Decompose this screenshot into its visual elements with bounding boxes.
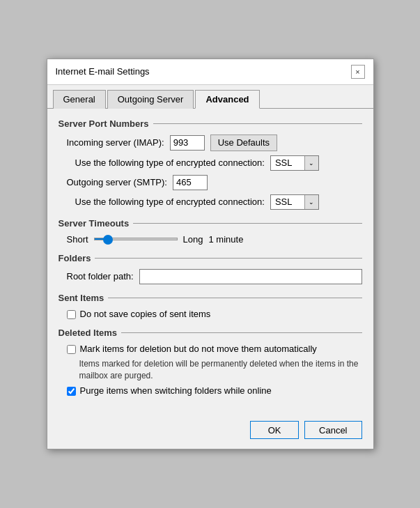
incoming-server-input[interactable] [170,135,205,151]
timeout-row: Short Long 1 minute [59,234,362,245]
title-bar: Internet E-mail Settings × [47,59,373,85]
dialog-title: Internet E-mail Settings [56,66,150,77]
short-label: Short [67,234,88,245]
folders-section: Folders Root folder path: [59,253,362,284]
use-defaults-button[interactable]: Use Defaults [210,134,277,151]
purge-checkbox[interactable] [67,387,76,396]
tab-general[interactable]: General [53,90,106,109]
sent-items-checkbox[interactable] [67,310,76,319]
deleted-mark-label: Mark items for deletion but do not move … [80,344,317,354]
outgoing-encrypt-label: Use the following type of encrypted conn… [75,197,265,207]
email-settings-dialog: Internet E-mail Settings × General Outgo… [47,59,374,450]
server-timeouts-heading: Server Timeouts [59,218,362,229]
outgoing-encrypt-row: Use the following type of encrypted conn… [59,194,362,210]
outgoing-encrypt-select[interactable]: SSL ⌄ [270,194,319,210]
outgoing-server-label: Outgoing server (SMTP): [67,177,168,187]
incoming-encrypt-select[interactable]: SSL ⌄ [270,155,319,171]
cancel-button[interactable]: Cancel [304,421,361,439]
outgoing-server-row: Outgoing server (SMTP): [59,175,362,190]
root-folder-row: Root folder path: [59,269,362,284]
deleted-mark-checkbox[interactable] [67,345,76,354]
tab-advanced[interactable]: Advanced [195,90,259,109]
dialog-footer: OK Cancel [47,414,373,449]
long-label: Long [183,234,203,245]
root-folder-input[interactable] [139,269,362,284]
server-port-section: Server Port Numbers Incoming server (IMA… [59,118,362,210]
sent-items-checkbox-row: Do not save copies of sent items [59,309,362,319]
server-timeouts-section: Server Timeouts Short Long 1 minute [59,218,362,245]
sent-items-heading: Sent Items [59,293,362,303]
folders-heading: Folders [59,253,362,263]
incoming-server-label: Incoming server (IMAP): [67,137,164,148]
slider-thumb [103,235,113,245]
sent-items-label: Do not save copies of sent items [80,309,211,319]
deleted-mark-checkbox-row: Mark items for deletion but do not move … [59,344,362,354]
incoming-server-row: Incoming server (IMAP): Use Defaults [59,134,362,151]
root-folder-label: Root folder path: [67,271,134,282]
tab-bar: General Outgoing Server Advanced [47,85,373,109]
outgoing-encrypt-arrow[interactable]: ⌄ [304,195,318,209]
incoming-encrypt-arrow[interactable]: ⌄ [304,156,318,170]
deleted-items-heading: Deleted Items [59,328,362,338]
server-port-heading: Server Port Numbers [59,118,362,129]
deleted-items-section: Deleted Items Mark items for deletion bu… [59,328,362,397]
sent-items-section: Sent Items Do not save copies of sent it… [59,293,362,319]
timeout-slider[interactable] [94,238,178,240]
purge-checkbox-row: Purge items when switching folders while… [59,385,362,396]
purge-label: Purge items when switching folders while… [80,385,272,396]
incoming-encrypt-row: Use the following type of encrypted conn… [59,155,362,171]
deleted-info-text: Items marked for deletion will be perman… [59,358,362,382]
tab-outgoing-server[interactable]: Outgoing Server [107,90,194,109]
timeout-value: 1 minute [209,234,244,245]
outgoing-server-input[interactable] [173,175,208,190]
close-button[interactable]: × [351,65,365,79]
tab-content: Server Port Numbers Incoming server (IMA… [47,109,373,415]
incoming-encrypt-label: Use the following type of encrypted conn… [75,157,265,168]
slider-track [94,238,178,240]
ok-button[interactable]: OK [250,421,299,439]
